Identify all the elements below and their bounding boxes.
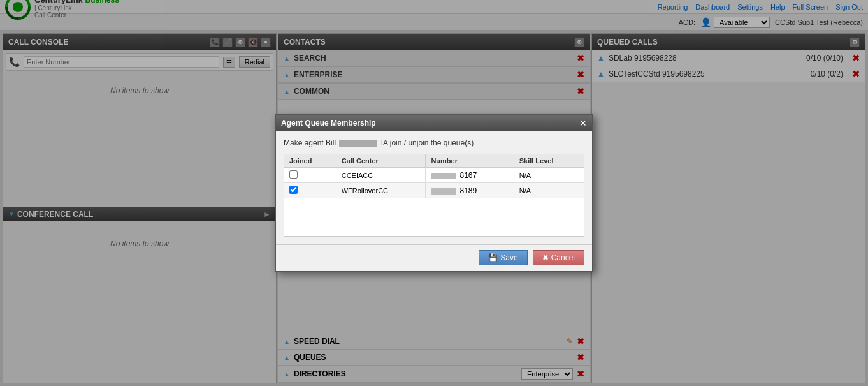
- table-row-1: WFRolloverCC 8189 N/A: [284, 183, 584, 198]
- dialog-prompt: Make agent Bill IA join / unjoin the que…: [284, 138, 584, 147]
- cancel-button[interactable]: ✖ Cancel: [533, 250, 584, 265]
- dialog-title-bar: Agent Queue Membership ✕: [276, 115, 592, 131]
- row-1-call-center: WFRolloverCC: [336, 183, 426, 198]
- dialog-close-button[interactable]: ✕: [579, 118, 587, 128]
- save-icon: 💾: [488, 253, 498, 262]
- table-empty-space: [284, 198, 584, 237]
- row-0-skill-level: N/A: [514, 168, 584, 183]
- col-number: Number: [426, 154, 514, 168]
- row-0-call-center: CCEIACC: [336, 168, 426, 183]
- table-row-0: CCEIACC 8167 N/A: [284, 168, 584, 183]
- dialog-footer: 💾 Save ✖ Cancel: [276, 244, 592, 271]
- row-0-number: 8167: [426, 168, 514, 183]
- agent-name-blurred: [339, 140, 377, 147]
- row-0-number-blurred: [431, 173, 456, 179]
- row-1-number: 8189: [426, 183, 514, 198]
- cancel-icon: ✖: [542, 253, 549, 262]
- agent-queue-membership-dialog: Agent Queue Membership ✕ Make agent Bill…: [275, 114, 593, 272]
- row-1-skill-level: N/A: [514, 183, 584, 198]
- row-1-joined-cell: [284, 183, 336, 198]
- row-0-joined-checkbox[interactable]: [289, 170, 298, 179]
- col-call-center: Call Center: [336, 154, 426, 168]
- save-button[interactable]: 💾 Save: [479, 250, 527, 265]
- dialog-body: Make agent Bill IA join / unjoin the que…: [276, 131, 592, 244]
- dialog-title: Agent Queue Membership: [281, 119, 376, 128]
- col-skill-level: Skill Level: [514, 154, 584, 168]
- queue-membership-table: Joined Call Center Number Skill Level CC…: [284, 154, 584, 198]
- row-0-joined-cell: [284, 168, 336, 183]
- row-1-joined-checkbox[interactable]: [289, 186, 298, 194]
- dialog-overlay: Agent Queue Membership ✕ Make agent Bill…: [0, 0, 868, 386]
- row-1-number-blurred: [431, 188, 456, 195]
- col-joined: Joined: [284, 154, 336, 168]
